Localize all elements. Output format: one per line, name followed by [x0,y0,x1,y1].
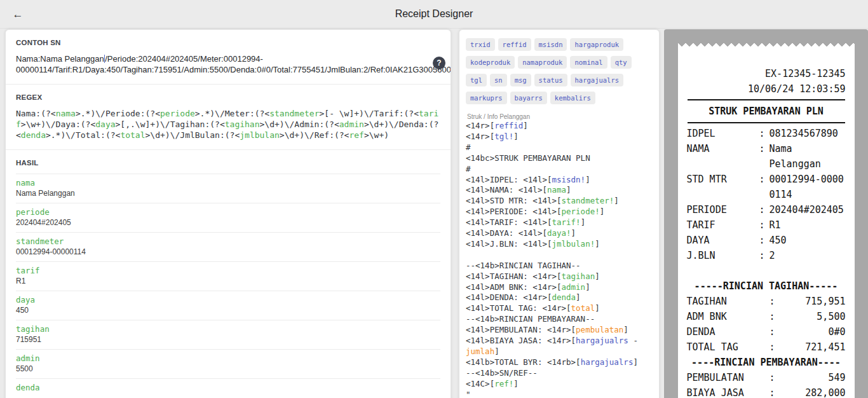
page-title: Receipt Designer [0,8,868,20]
receipt-info-row: TARIF:R1 [687,217,846,233]
receipt-bill-row: TAGIHAN:715,951 [687,294,846,309]
tag-chip-trxid[interactable]: trxid [466,38,495,51]
tag-chip-kodeproduk[interactable]: kodeproduk [466,56,515,69]
receipt-bill-rows: TAGIHAN:715,951 ADM BNK:5,500 DENDA:0#0 … [687,294,846,355]
tag-chip-bayarrs[interactable]: bayarrs [510,92,547,104]
regex-label: REGEX [16,93,440,101]
tag-chip-hargajualrs[interactable]: hargajualrs [571,74,624,86]
receipt-info-row: J.BLN:2 [687,248,846,263]
hasil-row-daya: daya 450 [16,291,440,320]
receipt-payment-row: BIAYA JASA:282,000 [687,385,846,398]
receipt-blank-line [687,263,846,278]
receipt-payment-rows: PEMBULATAN:549 BIAYA JASA:282,000 [687,370,846,398]
tag-chip-tgl[interactable]: tgl [466,74,487,86]
sn-text-before: Nama:Nama Pelanggan [16,54,104,64]
hasil-row-periode: periode 202404#202405 [16,203,440,233]
template-panel: trxid reffid msisdn hargaproduk kodeprod… [459,29,660,398]
tag-chip-reffid[interactable]: reffid [498,38,531,51]
receipt-tear-edge [678,41,855,47]
tag-chip-hargaproduk[interactable]: hargaproduk [570,38,623,51]
receipt-rule [688,99,845,100]
tag-chip-msisdn[interactable]: msisdn [534,38,567,51]
receipt-datetime: 10/06/24 12:03:59 [687,81,846,97]
contoh-sn-section: CONTOH SN Nama:Nama Pelanggan/Periode:20… [6,30,451,85]
contoh-sn-input[interactable]: Nama:Nama Pelanggan/Periode:202404#20240… [16,53,428,75]
receipt-info-row: IDPEL:081234567890 [687,126,846,141]
hasil-row-tarif: tarif R1 [16,262,440,291]
app-header: ← Receipt Designer [0,0,868,29]
regex-input[interactable]: Nama:(?<nama>.*)\/Periode:(?<periode>.*)… [16,108,440,141]
tag-chip-list: trxid reffid msisdn hargaproduk kodeprod… [466,36,653,106]
receipt-preview-panel: EX-12345-12345 10/06/24 12:03:59 STRUK P… [664,29,868,398]
tag-chip-nominal[interactable]: nominal [570,56,607,69]
receipt-info-row: NAMA:Nama Pelanggan [687,141,846,172]
receipt-body: EX-12345-12345 10/06/24 12:03:59 STRUK P… [678,47,855,398]
receipt-rule [688,122,845,123]
receipt-bill-row: DENDA:0#0 [687,324,846,340]
template-field-label: Struk / Info Pelanggan [467,113,653,120]
hasil-row-nama: nama Nama Pelanggan [16,174,440,203]
parser-panel: CONTOH SN Nama:Nama Pelanggan/Periode:20… [5,29,451,398]
help-icon[interactable]: ? [433,57,445,69]
hasil-section: HASIL nama Nama Pelanggan periode 202404… [6,150,451,398]
receipt-paper: EX-12345-12345 10/06/24 12:03:59 STRUK P… [678,41,855,398]
hasil-row-denda: denda [16,379,440,398]
receipt-code: EX-12345-12345 [687,66,846,81]
hasil-results: nama Nama Pelanggan periode 202404#20240… [16,174,440,398]
tag-chip-markuprs[interactable]: markuprs [466,92,507,104]
tag-chip-status[interactable]: status [534,74,567,86]
hasil-row-tagihan: tagihan 715951 [16,320,440,350]
hasil-row-admin: admin 5500 [16,350,440,379]
template-code-editor[interactable]: <14r>[reffid]<14r>[tgl!]#<14bc>STRUK PEM… [466,121,653,398]
receipt-info-row: PERIODE:202404#202405 [687,202,846,217]
receipt-section-title-pembayaran: ----RINCIAN PEMBAYARAN---- [687,355,846,370]
tag-chip-kembalirs[interactable]: kembalirs [550,92,595,104]
regex-section: REGEX Nama:(?<nama>.*)\/Periode:(?<perio… [6,85,451,150]
receipt-info-rows: IDPEL:081234567890 NAMA:Nama Pelanggan S… [687,126,846,263]
tag-chip-msg[interactable]: msg [510,74,531,86]
tag-chip-namaproduk[interactable]: namaproduk [518,56,567,69]
tag-chip-qty[interactable]: qty [611,56,632,69]
contoh-sn-label: CONTOH SN [16,39,440,46]
receipt-payment-row: PEMBULATAN:549 [687,370,846,385]
hasil-label: HASIL [16,159,440,167]
receipt-bill-row: ADM BNK:5,500 [687,309,846,324]
receipt-title: STRUK PEMBAYARAN PLN [687,103,846,120]
receipt-info-row: STD MTR:00012994-00000114 [687,172,846,202]
tag-chip-sn[interactable]: sn [490,74,507,86]
receipt-section-title-tagihan: -----RINCIAN TAGIHAN----- [687,278,846,294]
receipt-bill-row: TOTAL TAG:721,451 [687,340,846,355]
receipt-info-row: DAYA:450 [687,233,846,248]
hasil-row-standmeter: standmeter 00012994-00000114 [16,233,440,262]
